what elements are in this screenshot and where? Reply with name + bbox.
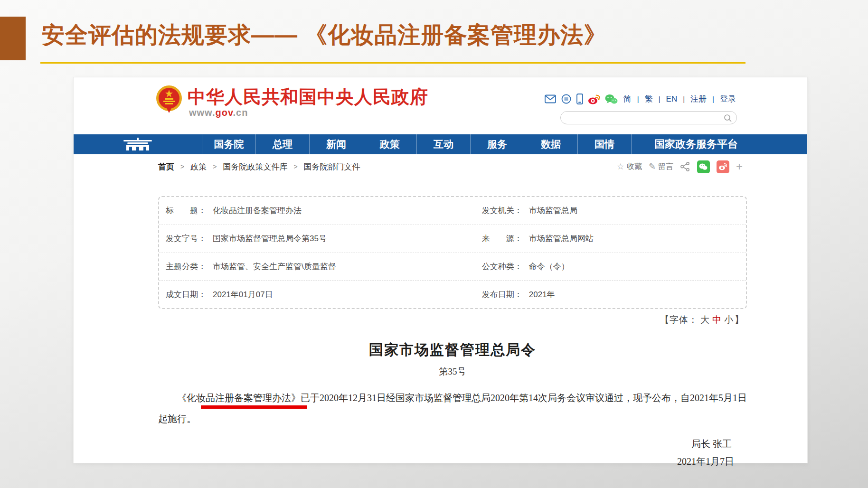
more-share-button[interactable]: + [736, 161, 743, 172]
star-icon: ☆ [617, 161, 624, 172]
site-header: 中华人民共和国中央人民政府 www.gov.cn [74, 77, 807, 134]
favorite-label: 收藏 [627, 162, 642, 172]
search-icon[interactable] [724, 114, 732, 124]
link-separator: | [637, 95, 639, 103]
meta-value-document-type: 命令（令） [529, 261, 569, 272]
nav-item-policy[interactable]: 政策 [363, 134, 416, 154]
url-cn: .cn [233, 107, 248, 118]
site-title[interactable]: 中华人民共和国中央人民政府 [188, 85, 428, 109]
search-box[interactable] [560, 111, 737, 124]
breadcrumb-policy-library[interactable]: 国务院政策文件库 [223, 161, 287, 172]
comment-button[interactable]: ✎ 留言 [649, 161, 673, 172]
message-icon[interactable] [561, 94, 572, 104]
meta-row-title: 标 题： 化妆品注册备案管理办法 发文机关： 市场监管总局 [159, 197, 746, 225]
document-title: 国家市场监督管理总局令 [158, 340, 747, 360]
nav-item-interaction[interactable]: 互动 [416, 134, 470, 154]
meta-cell: 成文日期： 2021年01月07日 [159, 289, 482, 300]
slide-title: 安全评估的法规要求—— 《化妆品注册备案管理办法》 [42, 20, 607, 50]
nav-item-services[interactable]: 服务 [470, 134, 524, 154]
site-url[interactable]: www.gov.cn [189, 107, 248, 118]
share-button[interactable] [680, 161, 690, 172]
meta-label-subject-category: 主题分类： [166, 261, 206, 272]
nav-item-news[interactable]: 新闻 [309, 134, 363, 154]
meta-label-issuing-agency: 发文机关： [482, 205, 522, 216]
comment-label: 留言 [658, 162, 673, 172]
font-size-small[interactable]: 小 [724, 315, 734, 325]
nav-item-national[interactable]: 国情 [577, 134, 631, 154]
weibo-icon[interactable] [588, 94, 600, 104]
mail-icon[interactable] [545, 94, 556, 103]
wechat-icon [699, 163, 708, 170]
weibo-icon [718, 163, 727, 170]
font-size-large[interactable]: 大 [700, 315, 710, 325]
breadcrumb-home[interactable]: 首页 [158, 161, 174, 172]
slide: 安全评估的法规要求—— 《化妆品注册备案管理办法》 中华人民共和国中央人民政府 … [0, 0, 868, 488]
link-login[interactable]: 登录 [720, 94, 736, 104]
document-signer: 局长 张工 [158, 438, 747, 450]
nav-home-gate-icon[interactable] [74, 134, 202, 154]
meta-value-source: 市场监管总局网站 [529, 233, 594, 244]
share-wechat-button[interactable] [697, 160, 710, 173]
link-separator: | [659, 95, 660, 103]
share-weibo-button[interactable] [717, 160, 729, 173]
font-selector-suffix: 】 [735, 315, 744, 325]
meta-label-document-number: 发文字号： [166, 233, 206, 244]
search-input[interactable] [567, 113, 717, 122]
document-meta-panel: 标 题： 化妆品注册备案管理办法 发文机关： 市场监管总局 发文字号： 国家市场… [158, 196, 747, 309]
breadcrumb-separator: > [213, 163, 217, 170]
favorite-button[interactable]: ☆ 收藏 [617, 161, 642, 172]
nav-item-premier[interactable]: 总理 [255, 134, 309, 154]
meta-value-subject-category: 市场监管、安全生产监管\质量监督 [213, 261, 336, 272]
accent-square [0, 17, 26, 60]
meta-cell: 来 源： 市场监管总局网站 [482, 233, 746, 244]
meta-value-title: 化妆品注册备案管理办法 [213, 205, 302, 216]
meta-label-document-type: 公文种类： [482, 261, 522, 272]
breadcrumb-separator: > [293, 163, 297, 170]
document-content: 国家市场监督管理总局令 第35号 《化妆品注册备案管理办法》已于2020年12月… [158, 334, 747, 468]
meta-label-written-date: 成文日期： [166, 289, 206, 300]
meta-cell: 主题分类： 市场监管、安全生产监管\质量监督 [159, 261, 482, 272]
breadcrumb-policy[interactable]: 政策 [190, 161, 207, 172]
gov-website-screenshot: 中华人民共和国中央人民政府 www.gov.cn [74, 77, 807, 463]
breadcrumb-department-documents[interactable]: 国务院部门文件 [304, 161, 360, 172]
mobile-icon[interactable] [576, 94, 583, 104]
page-actions: ☆ 收藏 ✎ 留言 + [617, 154, 743, 179]
share-icon [680, 161, 690, 172]
url-www: www. [189, 107, 215, 118]
pencil-icon: ✎ [649, 161, 656, 172]
nav-item-gov-service-platform[interactable]: 国家政务服务平台 [631, 134, 807, 154]
meta-row-category: 主题分类： 市场监管、安全生产监管\质量监督 公文种类： 命令（令） [159, 253, 746, 281]
link-traditional[interactable]: 繁 [645, 94, 653, 104]
link-simplified[interactable]: 简 [623, 94, 632, 104]
meta-value-publish-date: 2021年 [529, 289, 555, 300]
url-gov: gov [215, 107, 233, 118]
meta-label-publish-date: 发布日期： [482, 289, 522, 300]
red-underline-annotation [201, 405, 307, 409]
document-date: 2021年1月7日 [158, 455, 747, 468]
link-register[interactable]: 注册 [690, 94, 707, 104]
link-separator: | [683, 95, 685, 103]
header-links-row: 简 | 繁 | EN | 注册 | 登录 [545, 93, 737, 105]
meta-value-written-date: 2021年01月07日 [213, 289, 273, 300]
nav-item-state-council[interactable]: 国务院 [202, 134, 255, 154]
header-right: 简 | 繁 | EN | 注册 | 登录 [545, 93, 737, 124]
breadcrumb: 首页 > 政策 > 国务院政策文件库 > 国务院部门文件 [158, 154, 360, 179]
main-nav-bar: 国务院 总理 新闻 政策 互动 服务 数据 国情 国家政务服务平台 [74, 134, 807, 154]
nav-item-data[interactable]: 数据 [524, 134, 577, 154]
meta-cell: 发文字号： 国家市场监督管理总局令第35号 [159, 233, 482, 244]
meta-value-document-number: 国家市场监督管理总局令第35号 [213, 233, 327, 244]
meta-cell: 标 题： 化妆品注册备案管理办法 [159, 205, 482, 216]
meta-label-title: 标 题： [166, 205, 206, 216]
meta-cell: 发布日期： 2021年 [482, 289, 746, 300]
title-underline [40, 62, 745, 64]
link-english[interactable]: EN [666, 94, 678, 104]
meta-row-dates: 成文日期： 2021年01月07日 发布日期： 2021年 [159, 281, 746, 308]
meta-value-issuing-agency: 市场监管总局 [529, 205, 577, 216]
national-emblem-logo[interactable] [155, 84, 183, 113]
meta-row-number: 发文字号： 国家市场监督管理总局令第35号 来 源： 市场监管总局网站 [159, 225, 746, 253]
document-number: 第35号 [158, 366, 747, 378]
font-size-medium[interactable]: 中 [712, 315, 722, 325]
meta-cell: 公文种类： 命令（令） [482, 261, 746, 272]
breadcrumb-row: 首页 > 政策 > 国务院政策文件库 > 国务院部门文件 ☆ 收藏 ✎ 留言 [74, 154, 807, 179]
wechat-icon[interactable] [605, 94, 618, 104]
